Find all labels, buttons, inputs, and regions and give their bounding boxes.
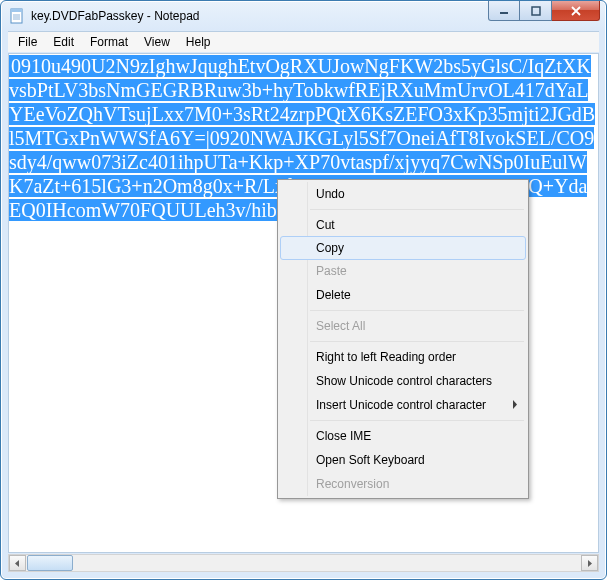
scroll-left-button[interactable] [9, 555, 26, 571]
titlebar: key.DVDFabPasskey - Notepad [1, 1, 606, 31]
menu-separator [310, 341, 524, 342]
menu-insert-unicode-label: Insert Unicode control character [316, 398, 486, 412]
window-controls [488, 1, 600, 21]
maximize-button[interactable] [520, 1, 552, 21]
menu-select-all[interactable]: Select All [280, 314, 526, 338]
menu-paste[interactable]: Paste [280, 259, 526, 283]
svg-rect-6 [532, 7, 540, 15]
minimize-button[interactable] [488, 1, 520, 21]
svg-rect-1 [11, 9, 22, 12]
menu-open-soft-keyboard[interactable]: Open Soft Keyboard [280, 448, 526, 472]
menu-rtl-reading[interactable]: Right to left Reading order [280, 345, 526, 369]
menu-file[interactable]: File [10, 33, 45, 51]
menu-help[interactable]: Help [178, 33, 219, 51]
menu-view[interactable]: View [136, 33, 178, 51]
scroll-right-button[interactable] [581, 555, 598, 571]
horizontal-scrollbar[interactable] [8, 554, 599, 572]
menu-undo[interactable]: Undo [280, 182, 526, 206]
menu-delete[interactable]: Delete [280, 283, 526, 307]
menu-insert-unicode[interactable]: Insert Unicode control character [280, 393, 526, 417]
menu-reconversion[interactable]: Reconversion [280, 472, 526, 496]
menu-format[interactable]: Format [82, 33, 136, 51]
menu-show-unicode[interactable]: Show Unicode control characters [280, 369, 526, 393]
scroll-thumb[interactable] [27, 555, 73, 571]
menu-separator [310, 209, 524, 210]
menu-separator [310, 420, 524, 421]
menu-edit[interactable]: Edit [45, 33, 82, 51]
menu-copy[interactable]: Copy [280, 236, 526, 260]
chevron-right-icon [512, 398, 518, 412]
svg-rect-5 [500, 12, 508, 14]
menu-close-ime[interactable]: Close IME [280, 424, 526, 448]
notepad-window: key.DVDFabPasskey - Notepad File Edit Fo… [0, 0, 607, 580]
menu-cut[interactable]: Cut [280, 213, 526, 237]
notepad-icon [9, 8, 25, 24]
close-button[interactable] [552, 1, 600, 21]
context-menu: Undo Cut Copy Paste Delete Select All Ri… [277, 179, 529, 499]
menubar: File Edit Format View Help [8, 31, 599, 52]
menu-separator [310, 310, 524, 311]
